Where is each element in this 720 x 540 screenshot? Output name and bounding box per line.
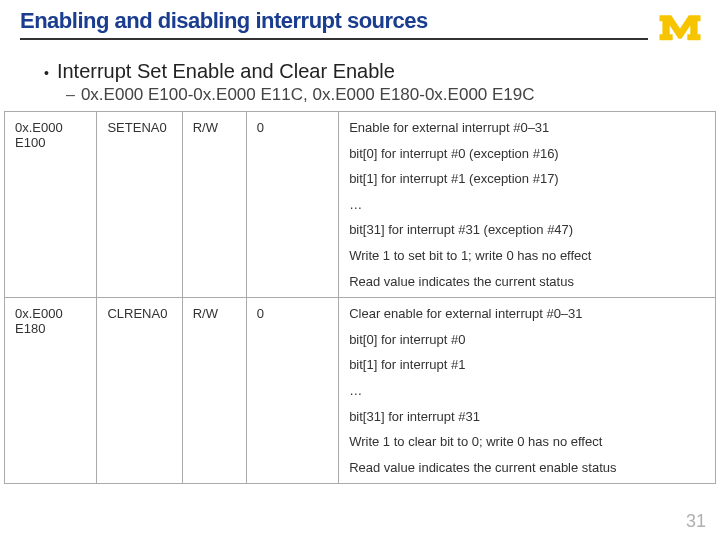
- description-cell: Enable for external interrupt #0–31bit[0…: [339, 112, 716, 298]
- register-table-container: 0x.E000 E100SETENA0R/W0Enable for extern…: [0, 105, 720, 484]
- description-line: …: [349, 383, 705, 399]
- bullet-line: • Interrupt Set Enable and Clear Enable: [44, 60, 680, 83]
- reset-cell: 0: [246, 298, 338, 484]
- reset-cell: 0: [246, 112, 338, 298]
- description-line: Clear enable for external interrupt #0–3…: [349, 306, 705, 322]
- name-cell: CLRENA0: [97, 298, 182, 484]
- description-line: Read value indicates the current enable …: [349, 460, 705, 476]
- description-line: bit[0] for interrupt #0: [349, 332, 705, 348]
- description-line: bit[0] for interrupt #0 (exception #16): [349, 146, 705, 162]
- page-number: 31: [686, 511, 706, 532]
- description-line: bit[1] for interrupt #1: [349, 357, 705, 373]
- register-table: 0x.E000 E100SETENA0R/W0Enable for extern…: [4, 111, 716, 484]
- description-cell: Clear enable for external interrupt #0–3…: [339, 298, 716, 484]
- access-cell: R/W: [182, 298, 246, 484]
- description-line: bit[1] for interrupt #1 (exception #17): [349, 171, 705, 187]
- description-line: Write 1 to clear bit to 0; write 0 has n…: [349, 434, 705, 450]
- description-line: bit[31] for interrupt #31: [349, 409, 705, 425]
- bullet-icon: •: [44, 65, 49, 81]
- description-line: Write 1 to set bit to 1; write 0 has no …: [349, 248, 705, 264]
- description-line: Read value indicates the current status: [349, 274, 705, 290]
- address-cell: 0x.E000 E180: [5, 298, 97, 484]
- table-row: 0x.E000 E100SETENA0R/W0Enable for extern…: [5, 112, 716, 298]
- table-row: 0x.E000 E180CLRENA0R/W0Clear enable for …: [5, 298, 716, 484]
- dash-icon: –: [66, 86, 75, 104]
- address-range: 0x.E000 E100-0x.E000 E11C, 0x.E000 E180-…: [81, 85, 535, 105]
- sub-bullet-line: – 0x.E000 E100-0x.E000 E11C, 0x.E000 E18…: [66, 85, 680, 105]
- address-cell: 0x.E000 E100: [5, 112, 97, 298]
- slide-title: Enabling and disabling interrupt sources: [20, 8, 648, 40]
- content-block: • Interrupt Set Enable and Clear Enable …: [0, 50, 720, 105]
- access-cell: R/W: [182, 112, 246, 298]
- description-line: bit[31] for interrupt #31 (exception #47…: [349, 222, 705, 238]
- description-line: Enable for external interrupt #0–31: [349, 120, 705, 136]
- description-line: …: [349, 197, 705, 213]
- name-cell: SETENA0: [97, 112, 182, 298]
- michigan-logo-icon: [658, 12, 702, 46]
- bullet-text: Interrupt Set Enable and Clear Enable: [57, 60, 395, 83]
